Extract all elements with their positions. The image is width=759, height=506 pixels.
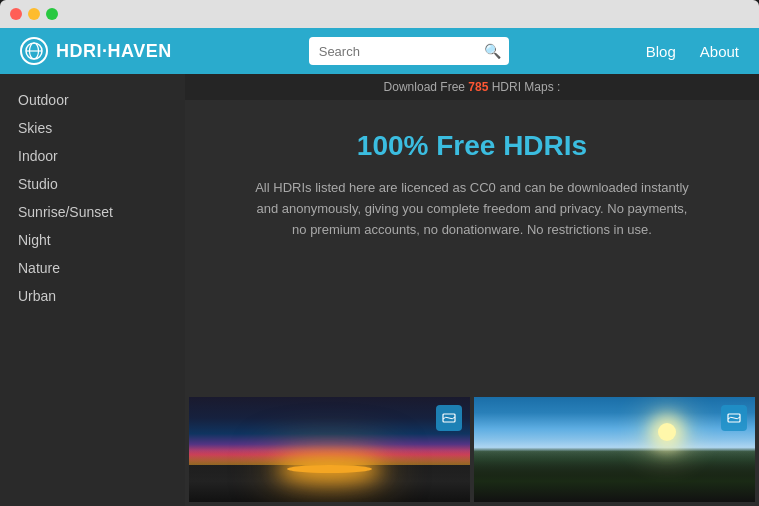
main-layout: Outdoor Skies Indoor Studio Sunrise/Suns… <box>0 74 759 506</box>
hero-description: All HDRIs listed here are licenced as CC… <box>252 178 692 240</box>
sidebar: Outdoor Skies Indoor Studio Sunrise/Suns… <box>0 74 185 506</box>
content-area: Download Free 785 HDRI Maps : 100% Free … <box>185 74 759 506</box>
road-overlay-dusk <box>189 450 470 503</box>
image-grid <box>185 393 759 506</box>
image-sunny <box>474 397 755 502</box>
sidebar-item-studio[interactable]: Studio <box>0 170 185 198</box>
sidebar-item-indoor[interactable]: Indoor <box>0 142 185 170</box>
sidebar-item-night[interactable]: Night <box>0 226 185 254</box>
close-button[interactable] <box>10 8 22 20</box>
nav-blog[interactable]: Blog <box>646 43 676 60</box>
image-card-sunny[interactable] <box>474 397 755 502</box>
sidebar-item-sunrise-sunset[interactable]: Sunrise/Sunset <box>0 198 185 226</box>
logo-icon <box>20 37 48 65</box>
panorama-icon-sunny <box>721 405 747 431</box>
search-icon: 🔍 <box>484 43 501 59</box>
minimize-button[interactable] <box>28 8 40 20</box>
nav-about[interactable]: About <box>700 43 739 60</box>
header: HDRI·HAVEN 🔍 Blog About <box>0 28 759 74</box>
sidebar-item-outdoor[interactable]: Outdoor <box>0 86 185 114</box>
image-dusk <box>189 397 470 502</box>
banner-suffix: HDRI Maps : <box>488 80 560 94</box>
banner-strip: Download Free 785 HDRI Maps : <box>185 74 759 100</box>
window-chrome <box>0 0 759 28</box>
search-wrapper: 🔍 <box>309 37 509 65</box>
search-input[interactable] <box>309 37 509 65</box>
nav-links: Blog About <box>646 43 739 60</box>
hero-section: 100% Free HDRIs All HDRIs listed here ar… <box>185 100 759 260</box>
hero-title: 100% Free HDRIs <box>245 130 699 162</box>
panorama-icon-dusk <box>436 405 462 431</box>
road-overlay-sunny <box>474 450 755 503</box>
logo-text: HDRI·HAVEN <box>56 41 172 62</box>
sidebar-item-skies[interactable]: Skies <box>0 114 185 142</box>
banner-prefix: Download Free <box>384 80 469 94</box>
search-container: 🔍 <box>172 37 646 65</box>
banner-count: 785 <box>468 80 488 94</box>
logo[interactable]: HDRI·HAVEN <box>20 37 172 65</box>
image-card-dusk[interactable] <box>189 397 470 502</box>
maximize-button[interactable] <box>46 8 58 20</box>
sidebar-item-nature[interactable]: Nature <box>0 254 185 282</box>
sidebar-item-urban[interactable]: Urban <box>0 282 185 310</box>
